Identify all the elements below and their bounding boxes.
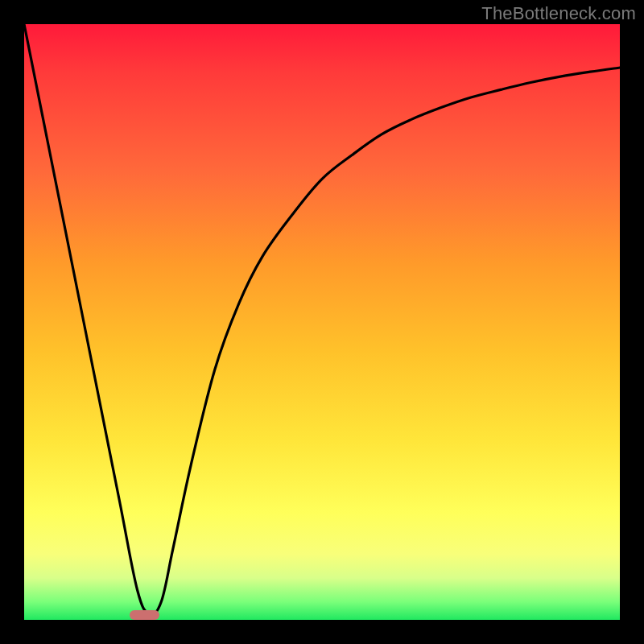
optimal-range-marker bbox=[130, 610, 159, 620]
bottleneck-curve bbox=[24, 24, 620, 620]
plot-area bbox=[24, 24, 620, 620]
watermark-text: TheBottleneck.com bbox=[481, 3, 636, 24]
chart-frame: TheBottleneck.com bbox=[0, 0, 644, 644]
